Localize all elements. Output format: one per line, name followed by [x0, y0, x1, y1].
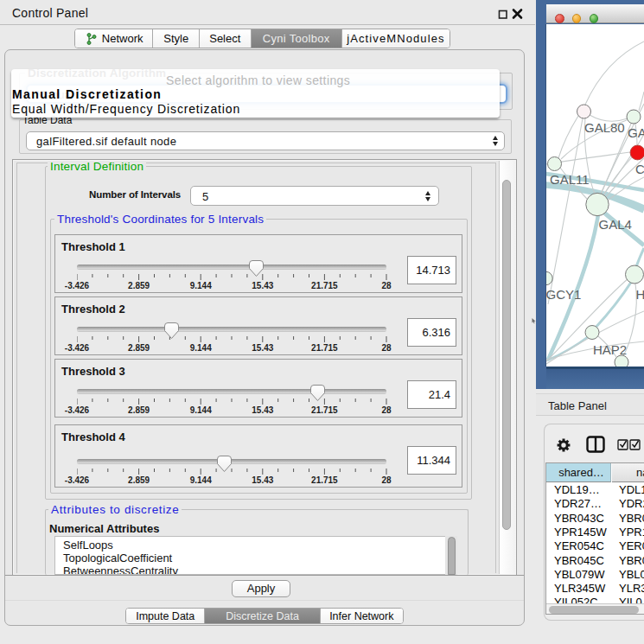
- svg-text:C: C: [635, 162, 644, 176]
- svg-text:H: H: [635, 287, 644, 302]
- svg-text:GAL11: GAL11: [550, 172, 590, 187]
- svg-text:GCY1: GCY1: [546, 287, 581, 302]
- svg-text:HAP2: HAP2: [593, 342, 627, 357]
- svg-text:GA: GA: [628, 125, 644, 140]
- svg-text:GAL4: GAL4: [598, 217, 631, 232]
- svg-text:GAL80: GAL80: [584, 120, 625, 135]
